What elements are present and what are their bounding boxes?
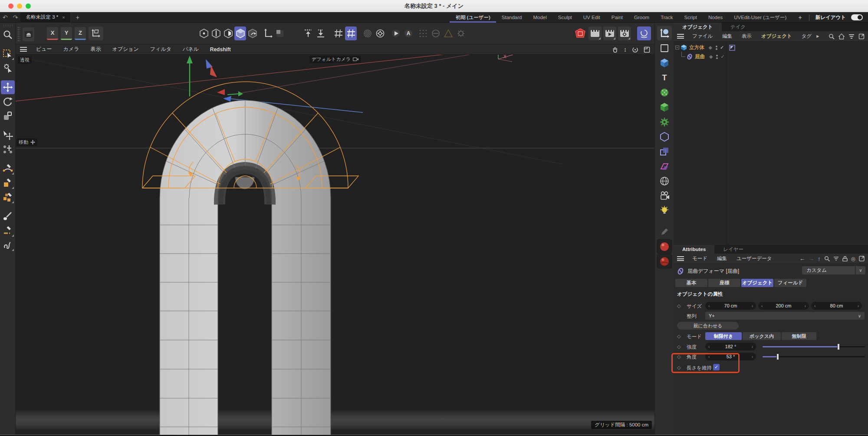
strength-field[interactable]: ‹182 °› — [705, 343, 756, 350]
quantize-move-button[interactable] — [332, 26, 344, 40]
deformer-button[interactable] — [657, 129, 672, 144]
angle-slider[interactable] — [763, 356, 865, 357]
new-layout-toggle[interactable] — [851, 14, 863, 20]
field-button[interactable] — [657, 159, 672, 173]
sculpt-pencil-button[interactable] — [657, 225, 672, 239]
spline-smooth-tool[interactable] — [1, 238, 15, 252]
object-name[interactable]: 立方体 — [689, 44, 704, 51]
attr-menu-userdata[interactable]: ユーザーデータ — [732, 255, 777, 262]
render-picture-viewer-button[interactable] — [603, 26, 616, 40]
polygon-pen-tool[interactable] — [1, 190, 15, 204]
coordinate-system-button[interactable] — [89, 26, 103, 40]
autokey-button[interactable]: A — [402, 26, 414, 40]
z-axis-cone-green[interactable] — [238, 91, 243, 96]
om-menu-objects[interactable]: オブジェクト — [756, 33, 797, 40]
enabled-check-icon[interactable]: ✓ — [720, 45, 724, 50]
coordinates-manager-button[interactable] — [657, 26, 672, 40]
slider-handle[interactable] — [837, 344, 840, 350]
tree-row-cube[interactable]: − 立方体 ◆ ✓ — [674, 43, 868, 52]
tree-row-bend[interactable]: 屈曲 ◆ ✓ — [674, 52, 868, 61]
close-tab-icon[interactable]: × — [62, 15, 65, 20]
texture-mode-button[interactable] — [247, 26, 258, 40]
visibility-dots-icon[interactable] — [716, 46, 717, 50]
object-name[interactable]: 屈曲 — [695, 53, 705, 60]
keyframe-diamond-icon[interactable]: ◇ — [677, 303, 681, 309]
slider-handle[interactable] — [776, 353, 779, 360]
y-axis-arrow[interactable] — [187, 56, 193, 63]
generator-button[interactable] — [657, 115, 672, 129]
selection-tool[interactable] — [1, 47, 15, 61]
visibility-dots-icon[interactable] — [716, 55, 718, 59]
scale-tool[interactable] — [1, 109, 15, 123]
filter-icon[interactable] — [833, 256, 839, 261]
layout-tab-paint[interactable]: Paint — [606, 12, 628, 23]
new-layout-label[interactable]: 新レイアウト — [810, 14, 851, 21]
dolly-icon[interactable]: ↕ — [624, 46, 627, 53]
z-axis-cone-blue[interactable] — [223, 96, 231, 102]
axis-modify-button[interactable] — [262, 26, 273, 40]
preset-dropdown[interactable]: カスタム — [802, 266, 855, 274]
environment-button[interactable] — [657, 174, 672, 188]
menu-options[interactable]: オプション — [106, 46, 144, 53]
polygons-mode-button[interactable] — [222, 26, 234, 40]
preset-dropdown-chevron-icon[interactable]: ∨ — [855, 266, 865, 274]
tab-objects[interactable]: オブジェクト — [674, 23, 722, 31]
keyframe-diamond-icon[interactable]: ◇ — [677, 334, 681, 339]
om-menu-edit[interactable]: 編集 — [717, 33, 737, 40]
edges-mode-button[interactable] — [210, 26, 222, 40]
tab-falloff[interactable]: フィールド — [774, 279, 806, 287]
group-title[interactable]: オブジェクトの属性 — [677, 291, 723, 297]
om-menu-file[interactable]: ファイル — [687, 33, 717, 40]
history-forward-icon[interactable]: → — [809, 255, 814, 262]
x-axis-cone[interactable] — [217, 89, 225, 95]
material-slot-1[interactable] — [657, 239, 672, 254]
rectangle-spline-tool[interactable] — [1, 176, 15, 190]
filter-icon[interactable] — [848, 34, 855, 39]
phong-tag-icon[interactable] — [729, 45, 735, 51]
home-icon[interactable] — [838, 33, 845, 40]
points-mode-button[interactable] — [198, 26, 210, 40]
align-dropdown[interactable]: Y+ ∨ — [705, 312, 865, 320]
mode-limited-button[interactable]: 制限付き — [705, 332, 742, 340]
bend-handle-red[interactable] — [210, 65, 217, 77]
snap-settings-button[interactable] — [315, 26, 326, 40]
render-settings-button[interactable] — [618, 26, 631, 40]
guide-settings-button[interactable] — [455, 26, 467, 40]
size-z-field[interactable]: ‹80 cm› — [811, 302, 862, 310]
record-icon[interactable]: ◎ — [851, 256, 855, 262]
dotted-grid-button[interactable] — [417, 26, 429, 40]
model-mode-button[interactable] — [234, 26, 246, 40]
search-icon[interactable] — [829, 33, 835, 40]
orbit-icon[interactable] — [632, 46, 638, 53]
toolbar-drag-handle[interactable] — [17, 26, 20, 42]
asset-browser-button[interactable] — [23, 27, 34, 41]
modeling-settings-button[interactable] — [374, 26, 386, 40]
lock-y-axis-button[interactable]: Y — [61, 27, 72, 40]
keyframe-diamond-icon[interactable]: ◇ — [677, 344, 681, 350]
layout-tab-uvedit-user[interactable]: UVEdit-User (ユーザー) — [728, 12, 792, 23]
pan-hand-icon[interactable] — [612, 46, 618, 53]
mode-within-box-button[interactable]: ボックス内 — [743, 332, 781, 340]
plane-object-button[interactable] — [657, 41, 672, 55]
lock-z-axis-button[interactable]: Z — [75, 27, 86, 40]
volume-object-button[interactable] — [657, 100, 672, 114]
move-gizmo[interactable] — [187, 56, 243, 102]
camera-label[interactable]: デフォルトカメラ — [309, 56, 361, 63]
menu-view[interactable]: ビュー — [30, 46, 58, 53]
material-slot-2[interactable] — [657, 254, 672, 268]
menu-redshift[interactable]: Redshift — [204, 46, 237, 53]
external-window-icon[interactable] — [858, 33, 865, 40]
attr-menu-mode[interactable]: モード — [687, 255, 712, 262]
search-icon[interactable] — [824, 256, 830, 261]
strength-slider[interactable] — [763, 346, 865, 347]
simulate-tool[interactable] — [1, 142, 15, 156]
tab-coordinates[interactable]: 座標 — [708, 279, 740, 287]
document-tab[interactable]: 名称未設定 3 * × — [20, 12, 70, 23]
workplane-button[interactable] — [274, 26, 286, 40]
light-object-button[interactable] — [657, 203, 672, 218]
history-back-icon[interactable]: ← — [799, 255, 805, 262]
redshift-render-button[interactable] — [574, 26, 587, 40]
fit-to-parent-button[interactable]: 親に合わせる — [677, 322, 739, 330]
guide-lock-button[interactable] — [430, 26, 441, 40]
tab-layers[interactable]: レイヤー — [714, 245, 752, 254]
